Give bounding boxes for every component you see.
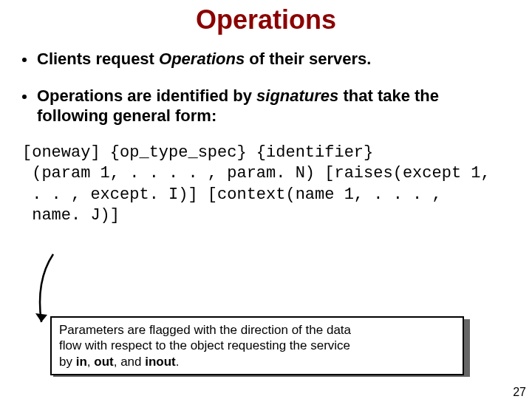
text-em: signatures bbox=[256, 86, 338, 105]
text-run: of their servers. bbox=[245, 50, 371, 68]
bullet-item: Clients request Operations of their serv… bbox=[22, 49, 513, 69]
text-run: flow with respect to the object requesti… bbox=[59, 338, 350, 352]
text-run: by bbox=[59, 355, 76, 369]
text-run: Operations are identified by bbox=[37, 86, 256, 105]
text-run: Clients request bbox=[37, 50, 159, 68]
text-em: Operations bbox=[159, 50, 245, 68]
kw-in: in bbox=[76, 355, 87, 369]
callout-content: Parameters are flagged with the directio… bbox=[50, 316, 464, 375]
slide: Operations Clients request Operations of… bbox=[0, 4, 532, 399]
text-run: , and bbox=[114, 355, 146, 369]
svg-marker-0 bbox=[35, 313, 47, 322]
signature-block: [oneway] {op_type_spec} {identifier} (pa… bbox=[0, 143, 532, 227]
text-run: . bbox=[176, 355, 180, 369]
slide-title: Operations bbox=[0, 4, 532, 35]
bullet-text: Clients request Operations of their serv… bbox=[37, 49, 371, 69]
text-run: , bbox=[87, 355, 94, 369]
bullet-item: Operations are identified by signatures … bbox=[22, 86, 513, 126]
bullet-dot-icon bbox=[22, 95, 27, 99]
text-run: Parameters are flagged with the directio… bbox=[59, 323, 351, 337]
kw-inout: inout bbox=[145, 355, 176, 369]
callout-box: Parameters are flagged with the directio… bbox=[50, 316, 464, 375]
kw-out: out bbox=[94, 355, 113, 369]
bullet-text: Operations are identified by signatures … bbox=[37, 86, 513, 126]
bullet-list: Clients request Operations of their serv… bbox=[0, 49, 532, 126]
page-number: 27 bbox=[513, 386, 526, 399]
bullet-dot-icon bbox=[22, 58, 27, 62]
